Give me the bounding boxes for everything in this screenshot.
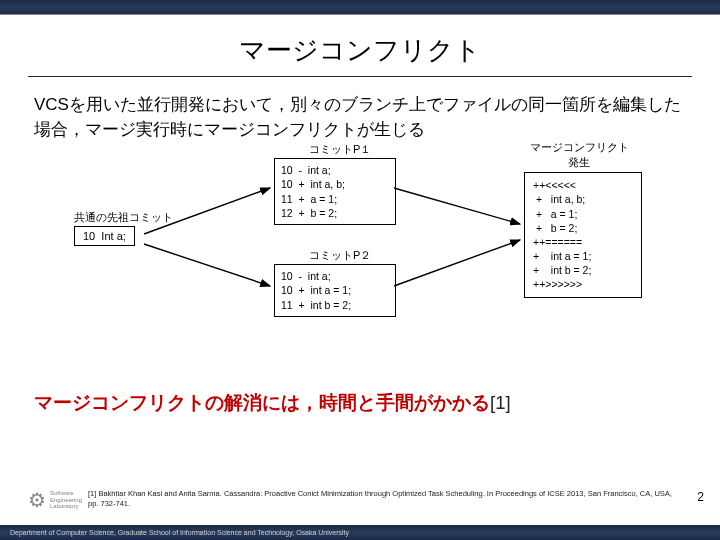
logo-line3: Laboratory: [50, 503, 82, 510]
logo-mark-icon: ⚙: [28, 488, 46, 512]
commit-p1-label: コミットP１: [309, 142, 371, 157]
svg-line-4: [394, 240, 520, 286]
lab-logo: ⚙ Software Engineering Laboratory: [28, 488, 82, 512]
svg-line-2: [144, 244, 270, 286]
logo-line2: Engineering: [50, 497, 82, 504]
footer: Department of Computer Science, Graduate…: [0, 525, 720, 540]
conclusion-ref: [1]: [490, 392, 511, 413]
citation: [1] Bakhtiar Khan Kasi and Anita Sarma. …: [88, 489, 680, 508]
conclusion-text: マージコンフリクトの解消には，時間と手間がかかる: [34, 392, 490, 413]
conflict-box: ++<<<<< + int a, b; + a = 1; + b = 2; ++…: [524, 172, 642, 297]
logo-text: Software Engineering Laboratory: [50, 490, 82, 510]
title-rule: [28, 76, 692, 77]
svg-line-3: [394, 188, 520, 224]
ancestor-label: 共通の先祖コミット: [74, 210, 173, 225]
ancestor-box: 10 Int a;: [74, 226, 135, 246]
conclusion: マージコンフリクトの解消には，時間と手間がかかる[1]: [34, 390, 686, 415]
body-paragraph: VCSを用いた並行開発において，別々のブランチ上でファイルの同一箇所を編集した場…: [34, 93, 686, 142]
top-bar: [0, 0, 720, 15]
conflict-label: マージコンフリクト 発生: [524, 140, 634, 170]
commit-p2-label: コミットP２: [309, 248, 371, 263]
commit-p1-box: 10 - int a; 10 + int a, b; 11 + a = 1; 1…: [274, 158, 396, 225]
slide-title: マージコンフリクト: [0, 33, 720, 68]
page-number: 2: [697, 490, 704, 504]
commit-p2-box: 10 - int a; 10 + int a = 1; 11 + int b =…: [274, 264, 396, 317]
diagram-area: 共通の先祖コミット 10 Int a; コミットP１ 10 - int a; 1…: [34, 148, 686, 378]
logo-line1: Software: [50, 490, 82, 497]
